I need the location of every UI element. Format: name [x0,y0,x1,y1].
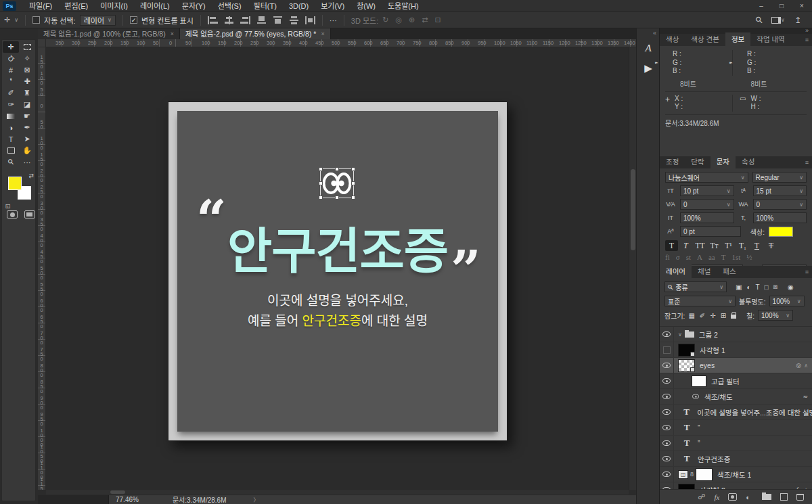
document-canvas[interactable]: “ 안구건조증 ” 이곳에 설명을 넣어주세요, 예를 들어 안구건조증에 대한… [168,101,508,441]
opentype-feature-button[interactable]: 1st [731,253,740,261]
design-background[interactable]: “ 안구건조증 ” 이곳에 설명을 넣어주세요, 예를 들어 안구건조증에 대한… [177,111,498,432]
frame-tool[interactable]: ⊠ [19,64,35,76]
opentype-feature-button[interactable]: fi [665,253,670,261]
layer-visibility-icon[interactable] [662,440,671,446]
add-adjustment-icon[interactable]: ◐ [746,493,750,501]
menu-item[interactable]: 이미지(I) [94,2,134,10]
layer-name[interactable]: 안구건조증 [698,454,730,464]
baseline-shift-field[interactable]: 0 pt [680,226,741,237]
info-tab[interactable]: 색상 견본 [685,32,725,46]
filter-adjustment-layers-icon[interactable]: ◐ [746,283,750,291]
gradient-tool[interactable] [3,110,19,122]
layer-row[interactable]: T” [660,436,812,451]
layer-row[interactable]: 사각형 2fx∧ [660,482,812,489]
layer-row[interactable]: 색조/채도≂ [660,389,812,405]
move-tool[interactable]: ✛ [3,41,19,53]
layer-name[interactable]: 그룹 2 [699,329,718,340]
type-tool[interactable]: T [3,133,19,145]
history-brush-tool[interactable]: ✑ [3,99,19,110]
lock-transparency-icon[interactable]: ▦ [688,312,694,319]
layer-visibility-icon[interactable] [662,425,671,430]
align-left-icon[interactable] [208,16,218,24]
underline-button[interactable]: T [750,240,763,251]
layers-tab[interactable]: 패스 [717,265,742,278]
eyes-graphic[interactable] [322,170,352,196]
character-tab[interactable]: 문자 [710,155,736,168]
layer-thumbnail[interactable] [692,375,706,387]
zoom-tool[interactable]: ⚲ [3,156,19,168]
brush-tool[interactable]: ✐ [3,87,19,99]
new-group-icon[interactable] [762,494,771,500]
character-tab[interactable]: 속성 [736,155,761,168]
character-styles-panel-icon[interactable]: A [637,38,660,58]
dodge-tool[interactable]: ◑ [3,122,19,133]
lock-all-icon[interactable] [731,315,736,319]
layer-thumbnail[interactable] [678,344,695,357]
layer-name[interactable]: 사각형 2 [700,485,725,490]
opentype-feature-button[interactable]: T [721,253,726,261]
expand-dock-icon[interactable]: « [637,28,659,38]
panel-menu-icon[interactable]: ≡ [805,37,808,43]
layer-row[interactable]: 고급 필터 [660,373,812,389]
more-options-icon[interactable]: ··· [330,16,337,24]
search-icon[interactable]: ⚲ [753,14,765,26]
horizontal-ruler[interactable]: 3503002502001501005005010015020025030035… [46,39,636,47]
swap-colors-icon[interactable]: ⇄ [28,173,34,179]
layer-name[interactable]: eyes [700,361,715,369]
share-icon[interactable]: ↥ [794,16,801,25]
filter-shape-layers-icon[interactable]: □ [765,283,769,291]
layer-thumbnail[interactable] [678,359,695,372]
superscript-button[interactable]: T¹ [722,240,735,251]
layer-visibility-icon[interactable] [662,378,671,384]
transform-handle[interactable] [319,167,323,171]
align-bottom-icon[interactable] [256,16,267,24]
path-select-tool[interactable]: ➤ [19,133,35,145]
filter-settings-icon[interactable]: ≂ [803,393,808,400]
layer-filter-dropdown[interactable]: ⚲종류∨ [664,281,727,292]
all-caps-button[interactable]: TT [694,240,706,251]
crop-tool[interactable]: # [3,64,19,76]
filter-pixel-layers-icon[interactable]: ▣ [736,283,742,291]
strikethrough-button[interactable]: T [765,240,777,251]
canvas-viewport[interactable]: “ 안구건조증 ” 이곳에 설명을 넣어주세요, 예를 들어 안구건조증에 대한… [46,47,636,490]
faux-italic-button[interactable]: T [679,240,692,251]
lock-artboard-icon[interactable]: ⊞ [721,312,726,319]
close-button[interactable]: × [792,0,812,12]
transform-handle[interactable] [351,167,355,171]
delete-layer-icon[interactable] [796,494,804,501]
close-tab-icon[interactable]: × [321,28,324,39]
smudge-tool[interactable]: ☛ [19,110,35,122]
lock-position-icon[interactable]: ✛ [710,312,715,319]
opentype-feature-button[interactable]: A [697,253,702,261]
layer-row[interactable]: T“ [660,420,812,436]
ruler-corner[interactable] [38,39,46,47]
fill-field[interactable]: 100%∨ [758,310,793,321]
layer-visibility-icon[interactable] [662,456,671,461]
layer-visibility-icon[interactable] [662,487,671,489]
layer-visibility-icon[interactable] [662,363,671,368]
transform-handle[interactable] [351,196,355,200]
faux-bold-button[interactable]: T [665,240,678,251]
transform-selection-box[interactable] [320,168,354,198]
small-caps-button[interactable]: Tᴛ [708,240,721,251]
workspace-icon[interactable]: ∨ [771,17,785,24]
filter-smart-objects-icon[interactable]: ⧈ [773,283,777,291]
document-tab[interactable]: 제목 없음-1.psd @ 100% (로고, RGB/8)× [38,28,180,39]
marquee-tool[interactable] [19,41,35,53]
align-right-icon[interactable] [240,16,250,24]
healing-brush-tool[interactable]: ✚ [19,76,35,87]
layer-name[interactable]: 사각형 1 [700,345,725,355]
maximize-button[interactable]: □ [771,0,792,12]
menu-item[interactable]: 필터(T) [248,2,283,10]
smart-filter-icon[interactable]: ◎ [796,362,801,369]
menu-item[interactable]: 창(W) [351,2,382,10]
menu-item[interactable]: 도움말(H) [382,2,425,10]
character-tab[interactable]: 단락 [685,155,710,168]
transform-handle[interactable] [351,181,355,185]
layer-mask-thumbnail[interactable] [696,468,713,481]
layer-name[interactable]: 색조/채도 1 [717,469,751,480]
vertical-scrollbar[interactable] [629,47,636,490]
font-size-field[interactable]: 10 pt∨ [680,185,734,196]
layer-row[interactable]: 사각형 1 [660,342,812,358]
layer-visibility-empty[interactable] [663,346,671,354]
